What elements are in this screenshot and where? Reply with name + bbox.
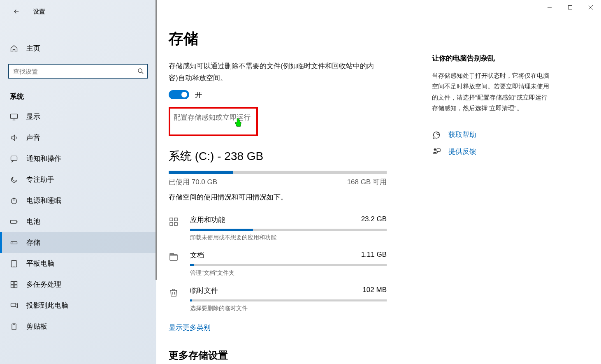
chat-icon [10, 155, 18, 163]
get-help-label: 获取帮助 [448, 130, 476, 139]
storage-sense-description: 存储感知可以通过删除不需要的文件(例如临时文件和回收站中的内容)自动释放空间。 [169, 60, 383, 84]
clipboard-icon [10, 322, 18, 331]
speaker-icon [10, 134, 18, 142]
svg-point-21 [434, 148, 436, 151]
app-title: 设置 [33, 8, 45, 16]
category-bar [190, 299, 387, 301]
svg-rect-17 [170, 223, 173, 225]
svg-rect-1 [11, 114, 18, 118]
category-subtitle: 卸载未使用或不想要的应用和功能 [190, 234, 387, 241]
svg-rect-10 [11, 285, 14, 287]
titlebar: 设置 [0, 0, 156, 23]
home-nav[interactable]: 主页 [0, 38, 156, 59]
svg-point-6 [12, 242, 13, 243]
close-button[interactable] [580, 0, 601, 15]
category-name: 临时文件 [190, 286, 218, 295]
moon-icon [10, 176, 18, 184]
svg-rect-18 [174, 223, 177, 225]
category-size: 1.11 GB [361, 250, 387, 260]
page-title: 存储 [169, 29, 420, 49]
main: 存储 存储感知可以通过删除不需要的文件(例如临时文件和回收站中的内容)自动释放空… [156, 0, 601, 364]
sidebar-item-multitask[interactable]: 多任务处理 [0, 274, 156, 295]
sidebar-item-label: 电池 [26, 217, 40, 226]
folder-icon [169, 252, 179, 262]
category-size: 23.2 GB [361, 215, 387, 225]
power-icon [10, 197, 18, 205]
sidebar-item-tablet[interactable]: 平板电脑 [0, 253, 156, 274]
drive-free-label: 168 GB 可用 [347, 177, 387, 187]
tablet-icon [10, 260, 18, 268]
svg-rect-16 [174, 218, 177, 221]
search-icon [137, 68, 144, 74]
drive-title: 系统 (C:) - 238 GB [169, 148, 420, 164]
project-icon [10, 301, 18, 310]
storage-category-apps[interactable]: 应用和功能23.2 GB 卸载未使用或不想要的应用和功能 [169, 212, 387, 247]
sidebar-item-chat[interactable]: 通知和操作 [0, 148, 156, 169]
drive-description: 存储空间的使用情况和可用情况如下。 [169, 192, 420, 202]
sidebar-item-label: 通知和操作 [26, 154, 61, 163]
apps-icon [169, 217, 179, 227]
highlighted-config-link: 配置存储感知或立即运行 [169, 107, 258, 136]
storage-icon [10, 239, 18, 247]
svg-rect-11 [14, 285, 17, 287]
maximize-button[interactable] [560, 0, 580, 15]
search-input[interactable] [8, 64, 148, 79]
storage-category-folder[interactable]: 文档1.11 GB 管理"文档"文件夹 [169, 247, 387, 283]
back-button[interactable] [10, 5, 23, 18]
battery-icon [10, 218, 18, 226]
sidebar-item-label: 平板电脑 [26, 259, 54, 268]
sidebar-item-clipboard[interactable]: 剪贴板 [0, 316, 156, 337]
storage-sense-toggle[interactable] [169, 90, 189, 99]
give-feedback-link[interactable]: 提供反馈 [432, 147, 551, 156]
svg-point-20 [437, 132, 439, 134]
sidebar-item-monitor[interactable]: 显示 [0, 106, 156, 127]
multitask-icon [10, 281, 18, 289]
svg-rect-15 [170, 218, 173, 221]
right-panel-title: 让你的电脑告别杂乱 [432, 53, 551, 63]
sidebar-item-storage[interactable]: 存储 [0, 232, 156, 253]
svg-rect-9 [14, 281, 17, 284]
svg-point-0 [138, 69, 142, 72]
sidebar-item-label: 投影到此电脑 [26, 301, 68, 310]
home-icon [10, 44, 18, 53]
sidebar-item-label: 显示 [26, 112, 40, 121]
svg-rect-5 [11, 241, 17, 244]
sidebar-item-battery[interactable]: 电池 [0, 211, 156, 232]
sidebar-item-speaker[interactable]: 声音 [0, 127, 156, 148]
trash-icon [169, 287, 179, 297]
svg-rect-19 [170, 255, 177, 260]
sidebar-item-power[interactable]: 电源和睡眠 [0, 190, 156, 211]
feedback-icon [432, 147, 441, 156]
monitor-icon [10, 113, 18, 121]
category-name: 应用和功能 [190, 215, 225, 225]
scrollbar[interactable] [155, 0, 157, 280]
sidebar-item-label: 专注助手 [26, 175, 54, 184]
category-bar [190, 229, 387, 231]
toggle-label: 开 [195, 90, 202, 100]
sidebar-item-label: 电源和睡眠 [26, 196, 61, 205]
window-controls [539, 0, 601, 15]
sidebar-item-label: 剪贴板 [26, 322, 47, 331]
get-help-link[interactable]: 获取帮助 [432, 130, 551, 139]
give-feedback-label: 提供反馈 [448, 147, 476, 156]
svg-rect-2 [11, 156, 17, 160]
sidebar: 设置 主页 系统 显示声音通知和操作专注助手电源和睡眠电池存储平板电脑多任务处理… [0, 0, 156, 364]
category-name: 文档 [190, 250, 204, 260]
cursor-pointer-icon [234, 118, 243, 128]
sidebar-item-moon[interactable]: 专注助手 [0, 169, 156, 190]
sidebar-item-label: 存储 [26, 238, 40, 247]
svg-rect-8 [11, 281, 14, 284]
sidebar-item-project[interactable]: 投影到此电脑 [0, 295, 156, 316]
minimize-button[interactable] [539, 0, 560, 15]
svg-rect-23 [569, 6, 572, 9]
show-more-categories-link[interactable]: 显示更多类别 [169, 323, 211, 332]
sidebar-item-label: 声音 [26, 133, 40, 142]
svg-rect-12 [11, 303, 16, 306]
storage-category-trash[interactable]: 临时文件102 MB 选择要删除的临时文件 [169, 283, 387, 318]
category-size: 102 MB [362, 286, 387, 295]
home-label: 主页 [26, 44, 40, 53]
category-subtitle: 选择要删除的临时文件 [190, 305, 387, 312]
category-bar [190, 264, 387, 266]
right-panel-body: 当存储感知处于打开状态时，它将仅在电脑空间不足时释放空间。若要立即清理未使用的文… [432, 70, 551, 114]
category-subtitle: 管理"文档"文件夹 [190, 269, 387, 277]
